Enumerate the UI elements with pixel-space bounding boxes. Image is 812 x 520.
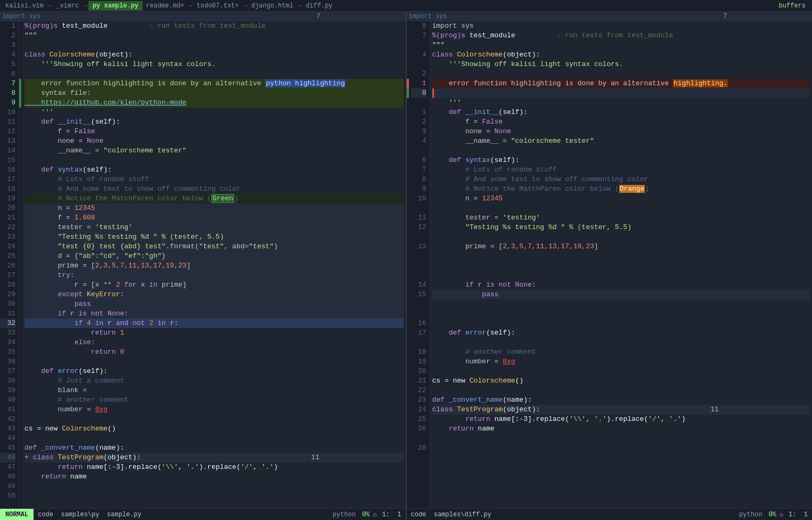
- code-line-18: # And some text to show off commenting c…: [24, 184, 404, 194]
- right-header-text: import sys -----------------------------…: [409, 13, 735, 20]
- right-code-line-pass: pass: [432, 290, 810, 299]
- right-code-line-4: class Colorscheme(object):: [432, 50, 810, 60]
- right-code-line-if: if r is not None:: [432, 280, 810, 290]
- right-code-line-return1: return name[:-3].replace('\\', '.').repl…: [432, 415, 810, 424]
- right-code-area[interactable]: 8 7 4 2 1 0 1 2 3 4 6 7 8: [407, 21, 813, 508]
- tab-kalisi-vim[interactable]: kalisi.vim: [2, 1, 47, 11]
- tab-buffers[interactable]: buffers: [775, 1, 810, 11]
- right-code-line-2: [432, 69, 810, 79]
- tab-readme[interactable]: readme.md+: [143, 1, 187, 11]
- right-code-line-b5: [432, 204, 810, 213]
- right-status-file: code samples\diff.py: [407, 511, 735, 518]
- right-code-line-none: none = None: [432, 127, 810, 136]
- code-line-17: # Lots of random stuff: [24, 175, 404, 184]
- left-code-lines[interactable]: %(prog)s test_module - run tests from te…: [22, 21, 406, 508]
- right-code-line-cs: cs = new Colorscheme(): [432, 376, 810, 386]
- code-line-20: n = 12345: [24, 204, 404, 213]
- right-code-line-another: # another comment: [432, 347, 810, 357]
- code-line-11: def __init__(self):: [24, 117, 404, 127]
- right-code-line-0: [432, 88, 810, 98]
- right-code-line-number: number = 0xg: [432, 357, 810, 367]
- right-code-line-syntax: def syntax(self):: [432, 156, 810, 165]
- tab-sep1: →: [47, 2, 53, 10]
- code-line-15: [24, 156, 404, 165]
- right-code-line-1: error function highlighting is done by a…: [432, 79, 810, 88]
- left-code-area[interactable]: 1 2 3 4 5 6 7 8 9 10 11 12 13 14 15 16 1: [0, 21, 406, 508]
- right-code-line-convert: def _convert_name(name):: [432, 395, 810, 405]
- code-line-39: blank =: [24, 386, 404, 395]
- code-line-7: error function highlighting is done by a…: [24, 79, 404, 88]
- code-line-8: syntax file:: [24, 88, 404, 98]
- code-line-34: else:: [24, 338, 404, 347]
- code-line-49: [24, 482, 404, 491]
- left-mode-indicator: NORMAL: [0, 509, 34, 521]
- right-code-line-name: __name__ = "colorscheme tester": [432, 136, 810, 146]
- code-line-23: "Testing %s testing %d " % (tester, 5.5): [24, 232, 404, 242]
- tab-sample-py[interactable]: py sample.py: [88, 1, 143, 11]
- code-line-48: return name: [24, 472, 404, 482]
- right-code-line-b11: [432, 309, 810, 319]
- code-line-44: [24, 434, 404, 443]
- code-line-35: return 0: [24, 347, 404, 357]
- code-line-26: prime = [2,3,5,7,11,13,17,19,23]: [24, 261, 404, 271]
- right-status-pos: 1: 1: [784, 511, 812, 518]
- right-code-line-b6: [432, 232, 810, 242]
- right-code-line-16: [432, 319, 810, 328]
- code-line-31: if r is not None:: [24, 309, 404, 319]
- code-line-42: [24, 415, 404, 424]
- left-pane: import sys -----------------------------…: [0, 12, 407, 520]
- code-line-24: "test {0} test {abd} test".format("test"…: [24, 242, 404, 251]
- right-code-line-return2: return name: [432, 424, 810, 434]
- code-line-19: # Notice the MatchParen color below (Gre…: [24, 194, 404, 204]
- right-code-line-b12: [432, 338, 810, 347]
- left-status-icon: ⌂: [372, 511, 378, 518]
- tab-vimrc[interactable]: _vimrc: [53, 1, 82, 11]
- code-line-50: [24, 491, 404, 501]
- right-status-bar: code samples\diff.py python 0% ⌂ 1: 1: [407, 508, 813, 520]
- code-line-37: def error(self):: [24, 367, 404, 376]
- code-line-27: try:: [24, 271, 404, 280]
- code-line-41: number = 0xg: [24, 405, 404, 415]
- right-code-line-b8: [432, 261, 810, 271]
- tab-todo[interactable]: todo07.txt+: [193, 1, 242, 11]
- code-line-4: class Colorscheme(object):: [24, 50, 404, 60]
- tab-sep4: →: [242, 2, 248, 10]
- right-code-line-b4: [432, 146, 810, 156]
- code-line-40: # another comment: [24, 395, 404, 405]
- tab-sep5: →: [297, 2, 302, 10]
- right-code-line-b3: ''': [432, 98, 810, 108]
- right-code-line-error-def: def error(self):: [432, 328, 810, 338]
- code-line-28: r = [x ** 2 for x in prime]: [24, 280, 404, 290]
- right-code-line-testing: "Testing %s testing %d " % (tester, 5.5): [432, 223, 810, 232]
- code-line-6: [24, 69, 404, 79]
- tab-sep2: →: [82, 2, 88, 10]
- right-code-line-tester: tester = 'testing': [432, 213, 810, 223]
- code-line-46: + class TestProgram(object): -----------…: [24, 453, 404, 462]
- editor-area: import sys -----------------------------…: [0, 12, 812, 520]
- left-status-file: code samples\py sample.py: [34, 511, 328, 518]
- left-header-text: import sys -----------------------------…: [2, 13, 328, 20]
- code-line-14: __name__ = "colorscheme tester": [24, 146, 404, 156]
- right-status-icon: ⌂: [778, 511, 784, 518]
- right-code-line-20: [432, 367, 810, 376]
- code-line-30: pass: [24, 299, 404, 309]
- right-code-line-b1: """: [432, 40, 810, 50]
- right-code-line-f: f = False: [432, 117, 810, 127]
- tab-bar: kalisi.vim → _vimrc → py sample.py readm…: [0, 0, 812, 12]
- right-code-line-b9: [432, 271, 810, 280]
- tab-sep3: →: [187, 2, 193, 10]
- code-line-16: def syntax(self):: [24, 165, 404, 175]
- code-line-25: d = {"ab":"cd", "ef":"gh"}: [24, 251, 404, 261]
- left-pane-header: import sys -----------------------------…: [0, 12, 406, 21]
- left-line-numbers: 1 2 3 4 5 6 7 8 9 10 11 12 13 14 15 16 1: [0, 21, 19, 508]
- code-line-5: '''Showing off kalisi light syntax color…: [24, 60, 404, 69]
- right-code-line-b10: [432, 299, 810, 309]
- right-code-line-7: %(prog)s test_module - run tests from te…: [432, 31, 810, 40]
- right-code-line-b2: '''Showing off kalisi light syntax color…: [432, 60, 810, 69]
- right-code-lines[interactable]: import sys -----------------------------…: [430, 21, 813, 508]
- tab-django[interactable]: django.html: [248, 1, 297, 11]
- code-line-22: tester = 'testing': [24, 223, 404, 232]
- tab-diff-py[interactable]: diff.py: [302, 1, 335, 11]
- right-code-line-testprogram: class TestProgram(object): -------------…: [432, 405, 810, 415]
- code-line-21: f = 1.608: [24, 213, 404, 223]
